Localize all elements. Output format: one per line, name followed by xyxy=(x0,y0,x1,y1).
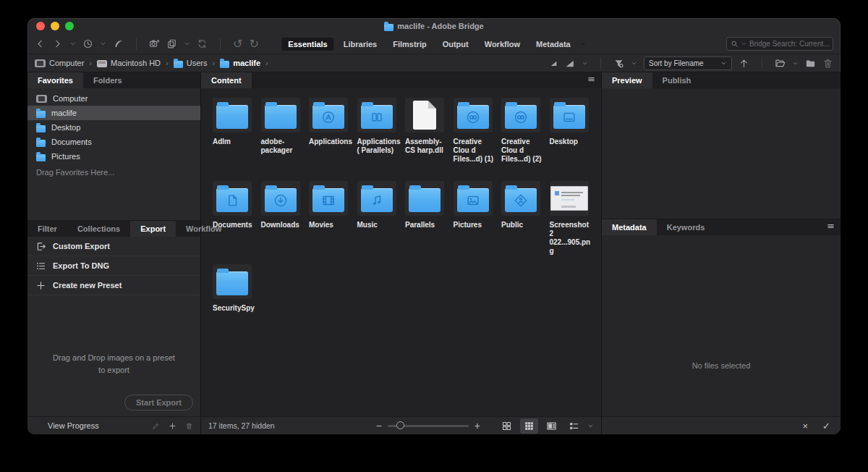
content-item-screenshot-2-022-905-png[interactable]: Screenshot 2 022...905.png xyxy=(550,181,595,264)
delete-icon[interactable] xyxy=(822,58,833,69)
get-photos-camera-icon[interactable] xyxy=(149,38,160,49)
content-item-desktop[interactable]: Desktop xyxy=(550,98,595,181)
sidebar-item-documents[interactable]: Documents xyxy=(27,135,200,149)
content-item-downloads[interactable]: Downloads xyxy=(261,181,306,264)
search-input[interactable] xyxy=(749,40,829,48)
thumbnail-quality-icon[interactable] xyxy=(550,59,558,67)
sidebar-item-maclife[interactable]: maclife xyxy=(27,106,200,120)
zoom-out-icon[interactable]: − xyxy=(376,421,382,431)
undo-icon[interactable]: ↺ xyxy=(233,38,242,50)
quality-chevron-down-icon[interactable] xyxy=(582,60,588,67)
view-options-chevron-icon[interactable] xyxy=(587,423,594,429)
content-item-pictures[interactable]: Pictures xyxy=(454,181,498,264)
content-item-parallels[interactable]: Parallels xyxy=(405,181,450,264)
thumb-buttons xyxy=(561,206,576,208)
drag-favorites-hint: Drag Favorites Here... xyxy=(27,164,200,177)
content-item-creative-clou-d-files-d-2-[interactable]: Creative Clou d Files...d) (2) xyxy=(501,98,546,181)
favorites-tab-favorites[interactable]: Favorites xyxy=(27,72,83,88)
content-item-adlm[interactable]: Adlm xyxy=(213,98,258,181)
content-item-applications[interactable]: Applications xyxy=(309,98,354,181)
thumbnail-size-slider[interactable] xyxy=(388,425,469,427)
bridge-search-box[interactable] xyxy=(726,37,833,51)
content-panel-menu-icon[interactable] xyxy=(587,75,595,83)
back-icon[interactable] xyxy=(35,38,46,49)
content-item-adobe-packager[interactable]: adobe-packager xyxy=(261,98,306,181)
favorites-list: ComputermaclifeDesktopDocumentsPictures xyxy=(27,88,200,164)
thumbnail-view-button[interactable] xyxy=(520,418,538,434)
history-icon[interactable] xyxy=(82,38,93,49)
export-tab-export[interactable]: Export xyxy=(130,221,176,237)
breadcrumb-item-users[interactable]: Users xyxy=(174,59,208,68)
preview-tab-preview[interactable]: Preview xyxy=(602,72,652,88)
workspace-tab-metadata[interactable]: Metadata xyxy=(529,38,577,51)
workspace-tab-output[interactable]: Output xyxy=(436,38,475,51)
filter-icon[interactable] xyxy=(613,58,624,69)
workspace-tab-libraries[interactable]: Libraries xyxy=(337,38,383,51)
new-folder-icon[interactable] xyxy=(805,58,816,69)
content-item-assembly-cs-harp-dll[interactable]: Assembly-CS harp.dll xyxy=(405,98,450,181)
open-recent-icon[interactable] xyxy=(775,58,786,69)
delete-preset-icon[interactable] xyxy=(185,422,193,430)
copy-stack-icon[interactable] xyxy=(166,38,177,49)
content-grid: Adlmadobe-packagerApplicationsApplicatio… xyxy=(213,98,601,347)
export-tab-filter[interactable]: Filter xyxy=(27,221,67,237)
sidebar-item-label: Documents xyxy=(51,138,92,146)
content-item-creative-clou-d-files-d-1-[interactable]: Creative Clou d Files...d) (1) xyxy=(454,98,498,181)
favorites-tab-folders[interactable]: Folders xyxy=(83,72,132,88)
sort-ascending-icon[interactable] xyxy=(739,58,749,69)
content-item-applications-parallels-[interactable]: Applications ( Parallels) xyxy=(357,98,402,181)
breadcrumb-item-maclife[interactable]: maclife xyxy=(220,59,260,68)
bridge-window: maclife - Adobe Bridge ↺ ↻ EssentialsLib… xyxy=(27,18,841,434)
open-recent-chevron-down-icon[interactable] xyxy=(792,60,799,67)
thumbnail-quality-options-icon[interactable] xyxy=(564,58,575,69)
workspace-tab-essentials[interactable]: Essentials xyxy=(281,38,333,51)
cancel-metadata-icon[interactable]: × xyxy=(803,421,809,431)
content-item-securityspy[interactable]: SecuritySpy xyxy=(213,264,258,347)
workspace-tab-filmstrip[interactable]: Filmstrip xyxy=(386,38,433,51)
favorites-panel: FavoritesFolders ComputermaclifeDesktopD… xyxy=(27,72,200,221)
tab-content[interactable]: Content xyxy=(201,72,252,88)
preview-tab-publish[interactable]: Publish xyxy=(652,72,702,88)
filter-chevron-down-icon[interactable] xyxy=(631,60,637,67)
sidebar-item-pictures[interactable]: Pictures xyxy=(27,149,200,164)
breadcrumb-item-computer[interactable]: Computer xyxy=(35,59,84,67)
copy-chevron-down-icon[interactable] xyxy=(184,41,190,47)
workspace-tab-workflow[interactable]: Workflow xyxy=(478,38,527,51)
slider-knob[interactable] xyxy=(396,421,404,429)
forward-icon[interactable] xyxy=(52,38,63,49)
sidebar-item-desktop[interactable]: Desktop xyxy=(27,120,200,135)
pathbar-divider xyxy=(762,57,762,69)
export-item-export-to-dng[interactable]: Export To DNG xyxy=(27,256,200,276)
sort-dropdown[interactable]: Sort by Filename xyxy=(644,56,732,70)
apply-metadata-icon[interactable]: ✓ xyxy=(822,421,830,431)
content-item-public[interactable]: Public xyxy=(501,181,546,264)
start-export-button[interactable]: Start Export xyxy=(124,395,193,410)
boomerang-icon[interactable] xyxy=(113,38,124,49)
zoom-in-icon[interactable]: + xyxy=(475,421,480,431)
export-item-custom-export[interactable]: Custom Export xyxy=(27,237,200,256)
metadata-tab-metadata[interactable]: Metadata xyxy=(602,219,657,235)
export-items: Custom ExportExport To DNGCreate new Pre… xyxy=(27,237,200,295)
refresh-icon[interactable] xyxy=(197,38,208,49)
edit-preset-pencil-icon[interactable] xyxy=(152,422,160,430)
sidebar-item-computer[interactable]: Computer xyxy=(27,91,200,106)
list-view-button[interactable] xyxy=(565,418,583,434)
thumb-line xyxy=(561,195,580,196)
redo-icon[interactable]: ↻ xyxy=(249,38,258,50)
metadata-panel-menu-icon[interactable] xyxy=(827,222,835,230)
metadata-tab-keywords[interactable]: Keywords xyxy=(657,219,715,235)
export-tab-collections[interactable]: Collections xyxy=(67,221,130,237)
sort-dropdown-value: Sort by Filename xyxy=(649,59,718,67)
export-item-create-new-preset[interactable]: Create new Preset xyxy=(27,276,200,295)
content-item-music[interactable]: Music xyxy=(357,181,402,264)
grid-lock-view-button[interactable] xyxy=(498,418,516,434)
nav-chevron-down-icon[interactable] xyxy=(69,41,76,47)
history-chevron-down-icon[interactable] xyxy=(100,41,106,47)
view-progress-label[interactable]: View Progress xyxy=(48,421,145,430)
content-item-movies[interactable]: Movies xyxy=(309,181,354,264)
add-preset-icon[interactable] xyxy=(169,422,176,430)
detail-view-button[interactable] xyxy=(542,418,561,434)
search-chevron-down-icon[interactable] xyxy=(741,41,747,47)
breadcrumb-item-macintosh-hd[interactable]: Macintosh HD xyxy=(97,59,161,67)
export-tab-workflow[interactable]: Workflow xyxy=(176,221,231,237)
